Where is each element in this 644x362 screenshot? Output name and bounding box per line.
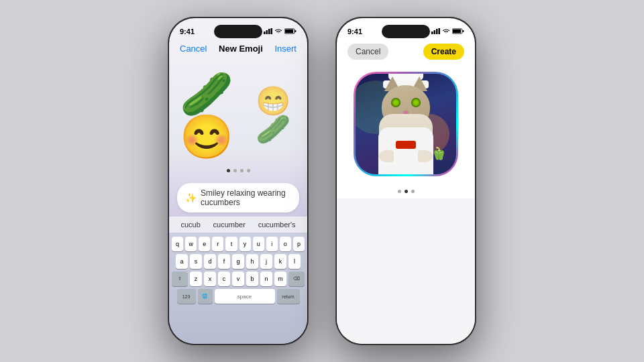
key-s[interactable]: s: [190, 254, 202, 269]
keyboard-row-4: 123 🌐 space return: [172, 289, 305, 304]
key-a[interactable]: a: [176, 254, 188, 269]
key-b[interactable]: b: [246, 272, 258, 286]
autocomplete-cucumbers[interactable]: cucumber's: [254, 219, 300, 230]
space-key[interactable]: space: [215, 289, 275, 304]
key-d[interactable]: d: [204, 254, 216, 269]
key-o[interactable]: o: [280, 237, 291, 251]
key-x[interactable]: x: [204, 272, 216, 286]
cat-eye-right: [411, 98, 421, 107]
emoji-main[interactable]: 🥒😊: [180, 72, 242, 158]
emoji-display: 🥒😊 😁🥒: [169, 59, 307, 165]
key-p[interactable]: p: [293, 237, 305, 251]
phone2-create-button[interactable]: Create: [423, 44, 464, 60]
emoji-secondary[interactable]: 😁🥒: [256, 87, 297, 143]
page-dots-2: [337, 187, 475, 198]
key-m[interactable]: m: [274, 272, 286, 286]
phone-1: 9:41 Cancel New Emoji Insert: [168, 17, 309, 345]
key-f[interactable]: f: [218, 254, 230, 269]
status-icons-2: [431, 28, 464, 36]
key-w[interactable]: w: [185, 237, 197, 251]
svg-rect-0: [264, 32, 266, 34]
red-scarf: [396, 141, 416, 149]
numbers-key[interactable]: 123: [177, 289, 196, 304]
key-q[interactable]: q: [172, 237, 183, 251]
key-g[interactable]: g: [232, 254, 244, 269]
cat-paw-left: [379, 150, 394, 162]
svg-rect-10: [439, 28, 441, 34]
autocomplete-bar: cucub cucumber cucumber's: [169, 217, 307, 233]
page-dots-1: [169, 165, 307, 179]
key-k[interactable]: k: [274, 254, 286, 269]
battery-icon-2: [452, 28, 464, 36]
key-v[interactable]: v: [232, 272, 244, 286]
dot2-3[interactable]: [411, 190, 415, 193]
svg-rect-2: [268, 29, 270, 34]
status-icons-1: [264, 28, 297, 36]
phone2-nav: Cancel Create: [337, 42, 475, 65]
key-j[interactable]: j: [260, 254, 272, 269]
keyboard-1: q w e r t y u i o p a s d: [169, 233, 307, 344]
key-e[interactable]: e: [199, 237, 210, 251]
signal-icon-2: [431, 28, 440, 36]
dynamic-island-2: [382, 25, 430, 38]
emoji-input-text: Smiley relaxing wearing cucumbers: [201, 188, 291, 207]
battery-icon: [284, 28, 297, 36]
wifi-icon-2: [442, 28, 450, 36]
sparkle-icon: ✨: [185, 192, 197, 203]
dot-3[interactable]: [240, 169, 244, 172]
phone1-cancel-button[interactable]: Cancel: [180, 44, 207, 54]
cat-eye-left: [391, 98, 400, 107]
key-c[interactable]: c: [218, 272, 230, 286]
svg-rect-8: [434, 30, 436, 34]
svg-rect-9: [436, 29, 438, 34]
key-t[interactable]: t: [225, 237, 237, 251]
ai-image: 🫑: [356, 74, 456, 174]
return-key[interactable]: return: [277, 289, 300, 304]
key-i[interactable]: i: [266, 237, 278, 251]
svg-rect-13: [463, 30, 464, 32]
key-n[interactable]: n: [260, 272, 272, 286]
status-time-2: 9:41: [347, 27, 362, 36]
key-h[interactable]: h: [246, 254, 258, 269]
svg-rect-3: [271, 28, 273, 34]
dot-1[interactable]: [227, 169, 230, 172]
wifi-icon: [274, 28, 282, 36]
autocomplete-cucub[interactable]: cucub: [176, 219, 204, 230]
emoji-key[interactable]: 🌐: [198, 289, 213, 304]
backspace-key[interactable]: ⌫: [288, 272, 305, 286]
dot2-1[interactable]: [398, 190, 401, 193]
shift-key[interactable]: ⇧: [172, 272, 188, 286]
cat-paw-right: [418, 150, 433, 162]
key-l[interactable]: l: [288, 254, 301, 269]
signal-icon: [264, 28, 272, 36]
keyboard-row-2: a s d f g h j k l: [172, 254, 305, 269]
veggie-pepper: 🫑: [431, 146, 446, 161]
svg-rect-12: [453, 29, 461, 33]
cat-scene: 🫑: [356, 74, 456, 174]
phone1-nav: Cancel New Emoji Insert: [169, 42, 307, 59]
dynamic-island-1: [214, 25, 262, 38]
svg-rect-5: [285, 29, 293, 33]
phone1-insert-button[interactable]: Insert: [274, 44, 297, 54]
svg-rect-7: [431, 32, 433, 34]
phone2-bottom-area: [337, 198, 475, 344]
keyboard-row-1: q w e r t y u i o p: [172, 237, 305, 251]
ai-image-container: 🫑: [337, 65, 475, 187]
svg-rect-6: [295, 30, 297, 32]
key-z[interactable]: z: [190, 272, 202, 286]
phone-2: 9:41 Cancel Create: [335, 17, 476, 345]
dot-4[interactable]: [247, 169, 250, 172]
dot2-2[interactable]: [405, 190, 408, 193]
dot-2[interactable]: [233, 169, 237, 172]
key-r[interactable]: r: [212, 237, 223, 251]
phone1-title: New Emoji: [219, 44, 263, 54]
autocomplete-cucumber[interactable]: cucumber: [209, 219, 250, 230]
status-time-1: 9:41: [180, 27, 195, 36]
svg-rect-1: [266, 30, 268, 34]
keyboard-row-3: ⇧ z x c v b n m ⌫: [172, 272, 305, 286]
key-u[interactable]: u: [253, 237, 264, 251]
emoji-input[interactable]: ✨ Smiley relaxing wearing cucumbers: [177, 183, 299, 213]
ai-image-wrapper: 🫑: [354, 72, 458, 176]
key-y[interactable]: y: [239, 237, 251, 251]
phone2-cancel-button[interactable]: Cancel: [347, 44, 388, 60]
